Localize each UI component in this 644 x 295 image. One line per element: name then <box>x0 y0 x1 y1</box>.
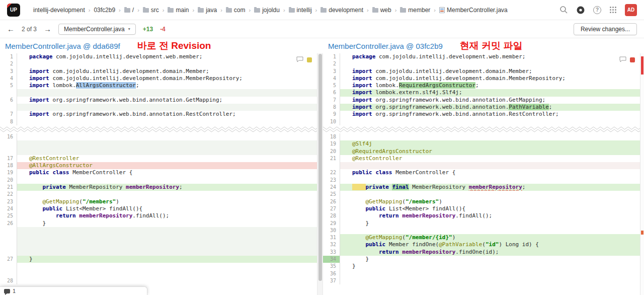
line-number[interactable]: 19 <box>323 140 340 148</box>
line-number[interactable] <box>0 89 17 96</box>
diff-row: 5import lombok.RequiredArgsConstructor; <box>323 82 640 89</box>
diff-row: 6import org.springframework.web.bind.ann… <box>0 97 317 104</box>
breadcrumb-item[interactable]: MemberController.java <box>439 7 508 14</box>
line-number[interactable]: 37 <box>323 277 340 284</box>
prev-change-button[interactable]: ← <box>7 25 15 33</box>
breadcrumb-item[interactable]: intellij-development <box>33 7 85 14</box>
line-number[interactable]: 22 <box>0 191 17 198</box>
line-number[interactable]: 28 <box>0 277 17 284</box>
line-number[interactable]: 7 <box>0 111 17 118</box>
breadcrumb-item[interactable]: 03fc2b9 <box>94 7 115 14</box>
breadcrumb-item[interactable]: jojoldu <box>254 7 280 14</box>
line-number[interactable]: 3 <box>0 68 17 75</box>
line-number[interactable]: 21 <box>323 155 340 162</box>
breadcrumb-item[interactable]: java <box>198 7 217 14</box>
line-number[interactable] <box>323 162 340 169</box>
upsource-logo[interactable]: UP <box>7 4 20 17</box>
search-icon[interactable] <box>559 6 568 14</box>
breadcrumb-item[interactable]: intellij <box>289 7 312 14</box>
comments-icon[interactable] <box>619 55 626 64</box>
diff-row: 22 <box>0 191 317 198</box>
line-number[interactable] <box>0 227 17 234</box>
breadcrumb-item[interactable]: member <box>400 7 430 14</box>
line-number[interactable]: 6 <box>0 97 17 104</box>
line-number[interactable] <box>0 234 17 241</box>
stripe-change-marker[interactable] <box>641 56 643 75</box>
line-number[interactable]: 18 <box>323 133 340 140</box>
review-marker-icon[interactable] <box>307 57 312 62</box>
breadcrumb-item[interactable]: src <box>143 7 159 14</box>
review-marker-icon[interactable] <box>630 57 635 62</box>
line-number[interactable] <box>0 140 17 148</box>
collapsed-region-separator[interactable] <box>0 125 317 133</box>
line-number[interactable]: 17 <box>0 155 17 162</box>
line-number[interactable]: 4 <box>323 75 340 82</box>
line-number[interactable]: 27 <box>0 256 17 263</box>
line-number[interactable]: 29 <box>323 220 340 227</box>
line-number[interactable]: 5 <box>0 82 17 89</box>
line-number[interactable]: 32 <box>323 241 340 248</box>
line-number[interactable]: 31 <box>323 234 340 241</box>
apps-grid-icon[interactable] <box>609 6 617 14</box>
line-number[interactable]: 25 <box>0 212 17 219</box>
line-number[interactable] <box>0 263 17 270</box>
line-number[interactable] <box>0 270 17 277</box>
line-number[interactable]: 30 <box>323 227 340 234</box>
line-number[interactable]: 16 <box>0 133 17 140</box>
next-change-button[interactable]: → <box>44 25 51 33</box>
line-number[interactable] <box>0 104 17 111</box>
line-number[interactable]: 24 <box>0 205 17 212</box>
breadcrumb-item[interactable]: / <box>124 7 134 14</box>
line-number[interactable]: 23 <box>0 198 17 205</box>
line-number[interactable]: 2 <box>0 60 17 67</box>
line-number[interactable]: 20 <box>0 177 17 184</box>
diff-scrollbar[interactable] <box>317 53 323 295</box>
line-number[interactable]: 28 <box>323 212 340 219</box>
line-number[interactable] <box>0 148 17 155</box>
review-changes-button[interactable]: Review changes... <box>574 23 637 35</box>
line-number[interactable]: 19 <box>0 169 17 176</box>
line-number[interactable]: 7 <box>323 97 340 104</box>
diff-row: 31 @GetMapping("/member/{id}") <box>323 234 640 241</box>
line-number[interactable]: 8 <box>323 104 340 111</box>
line-number[interactable]: 24 <box>323 184 340 191</box>
line-number[interactable]: 2 <box>323 60 340 67</box>
line-number[interactable]: 34 <box>323 256 340 263</box>
line-number[interactable]: 18 <box>0 162 17 169</box>
line-number[interactable]: 20 <box>323 148 340 155</box>
help-icon[interactable]: ? <box>593 6 601 14</box>
breadcrumb-item[interactable]: development <box>320 7 363 14</box>
line-number[interactable] <box>0 241 17 248</box>
line-number[interactable]: 3 <box>323 68 340 75</box>
line-number[interactable]: 35 <box>323 263 340 270</box>
line-number[interactable]: 23 <box>323 177 340 184</box>
line-number[interactable]: 1 <box>323 53 340 60</box>
file-selector-dropdown[interactable]: MemberController.java ▾ <box>58 24 136 35</box>
line-number[interactable]: 25 <box>323 191 340 198</box>
line-number[interactable]: 5 <box>323 82 340 89</box>
line-number[interactable]: 26 <box>0 220 17 227</box>
line-number[interactable]: 4 <box>0 75 17 82</box>
comment-popup[interactable]: 1 <box>0 286 147 295</box>
line-number[interactable]: 9 <box>323 111 340 118</box>
line-number[interactable]: 10 <box>323 118 340 125</box>
stripe-change-marker[interactable] <box>641 231 643 235</box>
collapsed-region-separator[interactable] <box>323 125 640 133</box>
line-number[interactable]: 22 <box>323 169 340 176</box>
breadcrumb-item[interactable]: main <box>168 7 189 14</box>
line-number[interactable]: 8 <box>0 118 17 125</box>
line-number[interactable]: 33 <box>323 249 340 256</box>
breadcrumb-item[interactable]: web <box>372 7 391 14</box>
line-number[interactable]: 6 <box>323 89 340 96</box>
line-number[interactable]: 1 <box>0 53 17 60</box>
admin-gear-icon[interactable] <box>576 6 585 15</box>
breadcrumb-item[interactable]: com <box>226 7 246 14</box>
avatar[interactable]: AD <box>625 4 637 16</box>
scrollbar-thumb[interactable] <box>318 54 322 281</box>
line-number[interactable] <box>0 249 17 256</box>
line-number[interactable]: 27 <box>323 205 340 212</box>
comments-icon[interactable] <box>296 55 303 64</box>
line-number[interactable]: 21 <box>0 184 17 191</box>
line-number[interactable]: 26 <box>323 198 340 205</box>
line-number[interactable]: 36 <box>323 270 340 277</box>
